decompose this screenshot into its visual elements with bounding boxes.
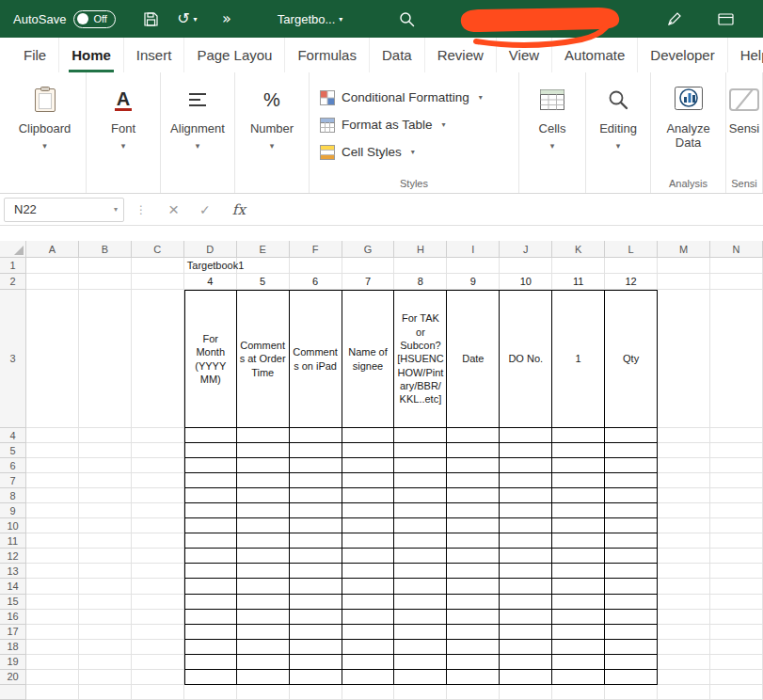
cell-H16[interactable] xyxy=(394,610,447,625)
cancel-icon[interactable]: × xyxy=(168,200,179,218)
tab-file[interactable]: File xyxy=(11,38,59,72)
cell-L6[interactable] xyxy=(605,458,658,473)
select-all-corner[interactable] xyxy=(0,241,26,258)
cell-K1[interactable] xyxy=(552,258,605,274)
cell-J8[interactable] xyxy=(500,488,552,503)
cell-N13[interactable] xyxy=(710,564,763,579)
cell-F20[interactable] xyxy=(290,670,342,685)
cell-B10[interactable] xyxy=(79,518,132,533)
cell-D8[interactable] xyxy=(184,488,237,503)
cell-J18[interactable] xyxy=(500,640,552,655)
row-header-2[interactable]: 2 xyxy=(0,274,26,290)
cell-B17[interactable] xyxy=(79,625,132,640)
cell-L18[interactable] xyxy=(605,640,658,655)
more-commands-icon[interactable]: » xyxy=(215,6,238,32)
cell-J4[interactable] xyxy=(500,428,552,443)
cell-B1[interactable] xyxy=(79,258,132,274)
cell-B6[interactable] xyxy=(79,458,132,473)
cell-C10[interactable] xyxy=(132,518,184,533)
cell-N12[interactable] xyxy=(710,549,763,564)
cell-D4[interactable] xyxy=(184,428,237,443)
cell-C14[interactable] xyxy=(132,579,184,594)
row-header-8[interactable]: 8 xyxy=(0,488,26,503)
cell-D7[interactable] xyxy=(184,473,237,488)
cell-M7[interactable] xyxy=(658,473,710,488)
cell-D1[interactable]: Targetbook1 xyxy=(184,258,237,274)
cell-M19[interactable] xyxy=(658,655,710,670)
cell-F12[interactable] xyxy=(290,549,342,564)
cell-N8[interactable] xyxy=(710,488,763,503)
cell-A7[interactable] xyxy=(26,473,79,488)
cell-N21[interactable] xyxy=(710,685,763,700)
cell-F5[interactable] xyxy=(290,443,342,458)
row-header-1[interactable]: 1 xyxy=(0,258,26,274)
column-header-L[interactable]: L xyxy=(605,241,658,258)
cell-G21[interactable] xyxy=(342,685,395,700)
cell-K17[interactable] xyxy=(552,625,605,640)
cell-E15[interactable] xyxy=(237,595,290,610)
cell-J2[interactable]: 10 xyxy=(500,274,552,290)
cell-D15[interactable] xyxy=(184,595,237,610)
column-header-F[interactable]: F xyxy=(290,241,342,258)
cell-L8[interactable] xyxy=(605,488,658,503)
tab-automate[interactable]: Automate xyxy=(552,38,638,72)
cell-C4[interactable] xyxy=(132,428,184,443)
cell-L13[interactable] xyxy=(605,564,658,579)
cell-E8[interactable] xyxy=(237,488,290,503)
insert-function-icon[interactable]: fx xyxy=(232,201,246,218)
cell-M18[interactable] xyxy=(658,640,710,655)
tab-view[interactable]: View xyxy=(497,38,552,72)
cell-M10[interactable] xyxy=(658,518,710,533)
cell-J6[interactable] xyxy=(500,458,552,473)
cell-G20[interactable] xyxy=(342,670,395,685)
cell-I9[interactable] xyxy=(447,503,500,518)
cell-M8[interactable] xyxy=(658,488,710,503)
cell-F10[interactable] xyxy=(290,518,342,533)
cell-I8[interactable] xyxy=(447,488,500,503)
cell-H3[interactable]: For TAK or Subcon? [HSUENCHOW/Pintary/BB… xyxy=(394,290,447,428)
cell-N3[interactable] xyxy=(710,290,763,428)
cell-L14[interactable] xyxy=(605,579,658,594)
row-header-19[interactable]: 19 xyxy=(0,655,26,670)
cell-J7[interactable] xyxy=(500,473,552,488)
cell-E21[interactable] xyxy=(237,685,290,700)
cell-H17[interactable] xyxy=(394,625,447,640)
cell-M5[interactable] xyxy=(658,443,710,458)
cell-I14[interactable] xyxy=(447,579,500,594)
cell-H10[interactable] xyxy=(394,518,447,533)
cell-K5[interactable] xyxy=(552,443,605,458)
cell-D10[interactable] xyxy=(184,518,237,533)
tab-home[interactable]: Home xyxy=(59,38,124,72)
column-header-K[interactable]: K xyxy=(552,241,605,258)
cell-M1[interactable] xyxy=(658,258,710,274)
cell-A2[interactable] xyxy=(26,274,79,290)
cell-E7[interactable] xyxy=(237,473,290,488)
cell-M4[interactable] xyxy=(658,428,710,443)
cell-F19[interactable] xyxy=(290,655,342,670)
cell-I6[interactable] xyxy=(447,458,500,473)
cell-A20[interactable] xyxy=(26,670,79,685)
cell-K21[interactable] xyxy=(552,685,605,700)
format-as-table-button[interactable]: Format as Table ▾ xyxy=(310,111,518,138)
cell-C6[interactable] xyxy=(132,458,184,473)
cell-C21[interactable] xyxy=(132,685,184,700)
cell-I12[interactable] xyxy=(447,549,500,564)
cell-G15[interactable] xyxy=(342,595,395,610)
cell-K20[interactable] xyxy=(552,670,605,685)
cell-D5[interactable] xyxy=(184,443,237,458)
cell-I18[interactable] xyxy=(447,640,500,655)
editing-button[interactable]: Editing ▾ xyxy=(586,72,650,193)
cell-J21[interactable] xyxy=(500,685,552,700)
row-header-12[interactable]: 12 xyxy=(0,549,26,564)
cell-I20[interactable] xyxy=(447,670,500,685)
row-header-4[interactable]: 4 xyxy=(0,428,26,443)
cell-H20[interactable] xyxy=(394,670,447,685)
cell-E2[interactable]: 5 xyxy=(237,274,290,290)
row-header-6[interactable]: 6 xyxy=(0,458,26,473)
cell-F6[interactable] xyxy=(290,458,342,473)
cell-I21[interactable] xyxy=(447,685,500,700)
cell-C1[interactable] xyxy=(132,258,184,274)
cell-I15[interactable] xyxy=(447,595,500,610)
cell-N7[interactable] xyxy=(710,473,763,488)
cell-E12[interactable] xyxy=(237,549,290,564)
